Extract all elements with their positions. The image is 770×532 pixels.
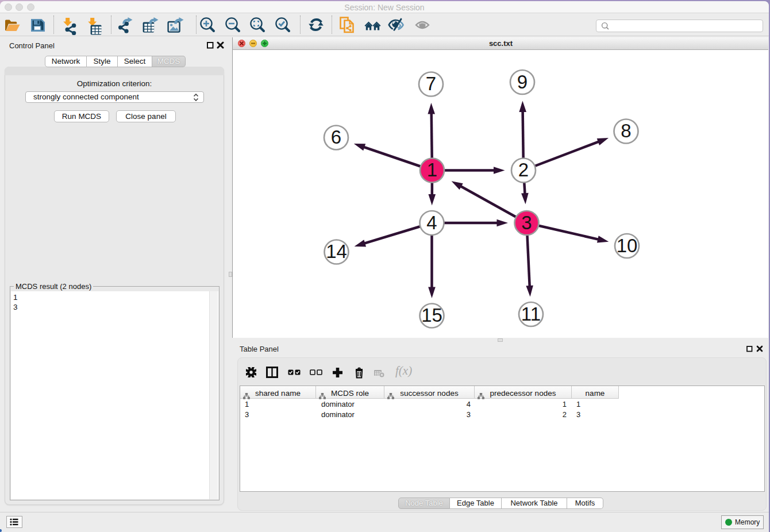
svg-text:4: 4 bbox=[426, 212, 437, 233]
svg-text:9: 9 bbox=[517, 71, 528, 92]
svg-text:7: 7 bbox=[426, 73, 436, 94]
svg-text:10: 10 bbox=[617, 235, 638, 256]
svg-text:2: 2 bbox=[518, 159, 529, 180]
svg-text:8: 8 bbox=[621, 120, 631, 141]
svg-text:11: 11 bbox=[521, 303, 541, 325]
svg-text:1: 1 bbox=[427, 159, 437, 180]
svg-text:3: 3 bbox=[521, 212, 532, 233]
svg-text:6: 6 bbox=[331, 126, 341, 148]
svg-text:15: 15 bbox=[421, 304, 442, 326]
svg-text:14: 14 bbox=[326, 241, 347, 262]
